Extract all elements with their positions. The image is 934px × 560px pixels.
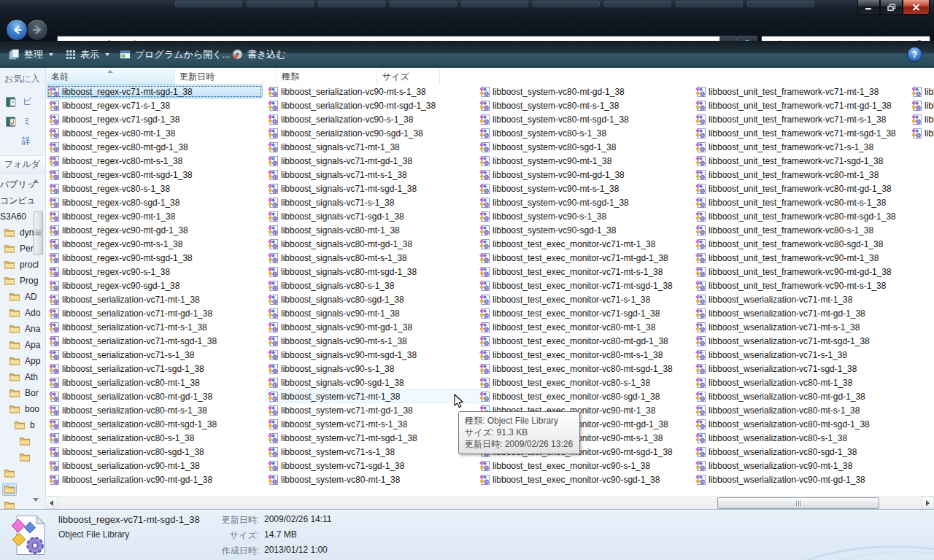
file-item[interactable]: libboost_serialization-vc71-sgd-1_38: [47, 362, 263, 376]
file-item[interactable]: libboost_unit_test_framework-vc80-s-1_38: [693, 223, 909, 237]
file-item[interactable]: libboost_wserialization-vc80-sgd-1_38: [693, 445, 909, 459]
file-item[interactable]: libboost_unit_test_framework-vc80-mt-1_3…: [693, 168, 909, 182]
file-item[interactable]: libboost_regex-vc90-mt-1_38: [47, 209, 263, 223]
file-item[interactable]: libboost_serialization-vc90-s-1_38: [266, 112, 482, 126]
tree-scroll-thumb[interactable]: [34, 211, 43, 255]
file-item[interactable]: libboost_unit_test_framework-vc71-mt-gd-…: [693, 98, 909, 112]
file-item[interactable]: libboost_signals-vc80-mt-sgd-1_38: [266, 265, 482, 279]
file-item[interactable]: libboost_test_exec_monitor-vc80-mt-gd-1_…: [477, 334, 693, 348]
file-item[interactable]: libboost_wserialization-vc80-mt-1_38: [693, 376, 909, 389]
file-item[interactable]: libboost_system-vc90-mt-1_38: [477, 154, 693, 168]
file-item[interactable]: libboost_system-vc90-s-1_38: [477, 209, 693, 223]
file-item[interactable]: libboost_serialization-vc80-mt-1_38: [47, 376, 263, 389]
file-item[interactable]: libboost_unit_test_framework-vc90-mt-1_3…: [693, 251, 909, 265]
burn-button[interactable]: 書き込む: [228, 45, 290, 63]
file-item[interactable]: libboost_wserialization-vc71-mt-gd-1_38: [693, 306, 909, 320]
file-item[interactable]: libboost_unit_test_framework-vc90-mt-gd-…: [693, 265, 909, 279]
tree-item[interactable]: [18, 435, 35, 448]
file-item[interactable]: libboost_test_exec_monitor-vc90-sgd-1_38: [477, 472, 693, 486]
file-item[interactable]: libboost_signals-vc71-mt-gd-1_38: [266, 154, 482, 168]
file-item[interactable]: libboost_test_exec_monitor-vc71-sgd-1_38: [477, 306, 693, 320]
file-item[interactable]: libboost_unit_test_framework-vc80-sgd-1_…: [693, 237, 909, 251]
file-item[interactable]: libboost_system-vc71-mt-s-1_38: [266, 417, 482, 431]
favorites-more-link[interactable]: 詳: [22, 135, 31, 147]
file-item[interactable]: libboost_signals-vc71-mt-1_38: [266, 140, 482, 154]
folders-band[interactable]: フォルダ: [0, 155, 45, 174]
file-item[interactable]: libboost_regex-vc71-mt-sgd-1_38: [47, 85, 263, 98]
scroll-right-button[interactable]: [922, 497, 934, 509]
scroll-left-button[interactable]: [45, 497, 58, 509]
file-item[interactable]: libboost_system-vc80-mt-sgd-1_38: [477, 112, 693, 126]
file-item[interactable]: libboost_regex-vc71-s-1_38: [47, 98, 263, 112]
file-item[interactable]: libboost_test_exec_monitor-vc80-sgd-1_38: [477, 389, 693, 403]
scrollbar-thumb[interactable]: [717, 497, 879, 509]
file-item[interactable]: libboost_signals-vc80-s-1_38: [266, 279, 482, 292]
back-button[interactable]: [6, 19, 28, 41]
file-item[interactable]: libboost_test_exec_monitor-vc90-s-1_38: [477, 459, 693, 472]
file-item[interactable]: libboost_test_exec_monitor-vc71-mt-s-1_3…: [477, 265, 693, 279]
file-item[interactable]: libboost_regex-vc80-mt-sgd-1_38: [47, 168, 263, 182]
file-item[interactable]: libboost_system-vc80-sgd-1_38: [477, 140, 693, 154]
file-item[interactable]: libboost_signals-vc80-sgd-1_38: [266, 292, 482, 306]
file-item[interactable]: libboost_signals-vc90-mt-sgd-1_38: [266, 348, 482, 362]
file-item[interactable]: libboost_wserialization-vc71-s-1_38: [693, 348, 909, 362]
file-item[interactable]: libboost_regex-vc80-s-1_38: [47, 182, 263, 195]
file-item[interactable]: libboost_serialization-vc71-mt-gd-1_38: [47, 306, 263, 320]
column-header-size[interactable]: サイズ: [377, 69, 440, 85]
tree-item[interactable]: パブリッ: [0, 178, 36, 191]
file-item[interactable]: libboost_unit_test_framework-vc80-mt-sgd…: [693, 209, 909, 223]
tree-scroll-down[interactable]: [33, 498, 39, 502]
close-button[interactable]: [903, 0, 930, 15]
file-item[interactable]: libboost_wserialization-vc90-mt-s-1_38: [909, 85, 934, 98]
file-item[interactable]: libboost_regex-vc80-mt-gd-1_38: [47, 140, 263, 154]
tree-item[interactable]: [2, 483, 20, 496]
file-item[interactable]: libboost_serialization-vc71-mt-sgd-1_38: [47, 334, 263, 348]
favorite-link-music[interactable]: ミ: [6, 115, 31, 128]
file-item[interactable]: libboost_wserialization-vc80-s-1_38: [693, 431, 909, 445]
file-item[interactable]: libboost_system-vc71-mt-1_38: [266, 389, 482, 403]
tree-item[interactable]: Ana: [7, 322, 40, 335]
tree-item[interactable]: Bor: [7, 386, 39, 400]
file-item[interactable]: libboost_system-vc80-mt-1_38: [266, 472, 482, 486]
column-header-type[interactable]: 種類: [277, 69, 377, 85]
tree-item[interactable]: Ado: [7, 306, 40, 319]
tree-item[interactable]: App: [7, 354, 40, 368]
file-item[interactable]: libboost_serialization-vc90-sgd-1_38: [266, 126, 482, 140]
help-button[interactable]: ?: [907, 47, 922, 62]
file-item[interactable]: libboost_unit_test_framework-vc71-s-1_38: [693, 140, 909, 154]
file-item[interactable]: libboost_unit_test_framework-vc71-mt-sgd…: [693, 126, 909, 140]
horizontal-scrollbar[interactable]: [45, 496, 934, 509]
file-item[interactable]: libboost_signals-vc90-mt-gd-1_38: [266, 320, 482, 334]
file-item[interactable]: libboost_serialization-vc80-sgd-1_38: [47, 445, 263, 459]
tree-item[interactable]: procl: [2, 258, 39, 271]
file-item[interactable]: libboost_regex-vc90-mt-gd-1_38: [47, 223, 263, 237]
file-item[interactable]: libboost_signals-vc90-sgd-1_38: [266, 376, 482, 389]
file-item[interactable]: libboost_system-vc90-mt-gd-1_38: [477, 168, 693, 182]
file-item[interactable]: libboost_signals-vc90-s-1_38: [266, 362, 482, 376]
file-item[interactable]: libboost_system-vc90-sgd-1_38: [477, 223, 693, 237]
file-item[interactable]: libboost_wserialization-vc71-mt-sgd-1_38: [693, 334, 909, 348]
tree-item[interactable]: [2, 499, 20, 509]
file-item[interactable]: libboost_signals-vc71-sgd-1_38: [266, 209, 482, 223]
tree-item[interactable]: Prog: [2, 274, 38, 287]
file-item[interactable]: libboost_serialization-vc90-mt-sgd-1_38: [266, 98, 482, 112]
file-item[interactable]: libboost_system-vc90-mt-sgd-1_38: [477, 195, 693, 209]
file-item[interactable]: libboost_regex-vc71-sgd-1_38: [47, 112, 263, 126]
file-item[interactable]: libboost_signals-vc71-mt-sgd-1_38: [266, 182, 482, 195]
file-item[interactable]: libboost_serialization-vc80-mt-s-1_38: [47, 403, 263, 417]
file-item[interactable]: libboost_serialization-vc71-s-1_38: [47, 348, 263, 362]
restore-button[interactable]: [880, 0, 903, 15]
file-item[interactable]: libboost_serialization-vc71-mt-1_38: [47, 292, 263, 306]
file-item[interactable]: libboost_test_exec_monitor-vc71-mt-gd-1_…: [477, 251, 693, 265]
file-item[interactable]: libboost_serialization-vc80-mt-sgd-1_38: [47, 417, 263, 431]
file-item[interactable]: libboost_regex-vc90-s-1_38: [47, 265, 263, 279]
open-with-button[interactable]: プログラムから開く...: [115, 45, 234, 63]
file-item[interactable]: libboost_test_exec_monitor-vc71-s-1_38: [477, 292, 693, 306]
views-button[interactable]: 表示: [61, 45, 114, 63]
file-item[interactable]: libboost_serialization-vc90-mt-1_38: [47, 459, 263, 472]
tree-item[interactable]: [18, 451, 35, 464]
file-item[interactable]: libboost_system-vc80-mt-gd-1_38: [477, 85, 693, 98]
file-item[interactable]: libboost_signals-vc71-mt-s-1_38: [266, 168, 482, 182]
file-item[interactable]: libboost_unit_test_framework-vc80-mt-s-1…: [693, 195, 909, 209]
file-item[interactable]: libboost_regex-vc90-mt-s-1_38: [47, 237, 263, 251]
